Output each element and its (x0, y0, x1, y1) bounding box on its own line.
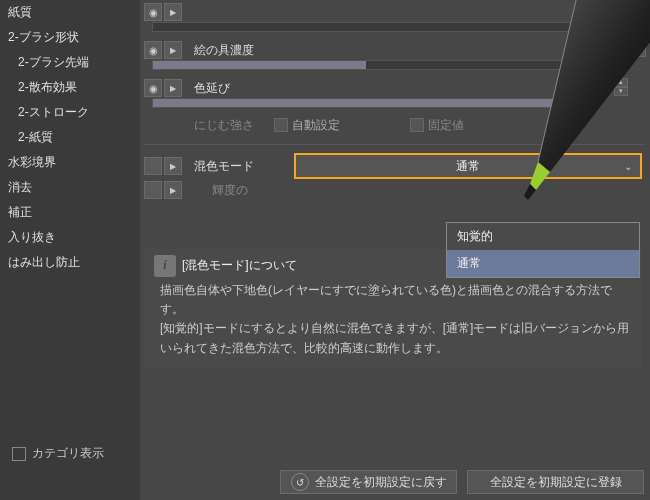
toggle-icon[interactable] (144, 157, 162, 175)
expand-icon[interactable] (164, 181, 182, 199)
link-icon[interactable] (274, 118, 288, 132)
register-button[interactable]: 全設定を初期設定に登録 (467, 470, 644, 494)
sidebar-item-brush-tip[interactable]: 2-ブラシ先端 (0, 50, 140, 75)
bleed-strength-label: にじむ強さ (194, 117, 254, 134)
sidebar-item-scatter[interactable]: 2-散布効果 (0, 75, 140, 100)
luminance-label: 輝度の (212, 182, 248, 199)
color-stretch-value: 100 (590, 76, 610, 90)
sidebar-item-in-out[interactable]: 入り抜き (0, 225, 140, 250)
sidebar-item-paper2[interactable]: 2-紙質 (0, 125, 140, 150)
paint-density-slider[interactable] (152, 60, 580, 70)
blend-mode-label: 混色モード (194, 158, 294, 175)
download-icon[interactable]: ⤓ (630, 41, 646, 57)
expand-icon[interactable] (164, 3, 182, 21)
checkbox[interactable] (12, 447, 26, 461)
sidebar-item-overflow[interactable]: はみ出し防止 (0, 250, 140, 275)
reset-button[interactable]: ↺ 全設定を初期設定に戻す (280, 470, 457, 494)
menu-item-normal[interactable]: 通常 (447, 250, 639, 277)
expand-icon[interactable] (164, 41, 182, 59)
paint-density-label: 絵の具濃度 (194, 42, 254, 59)
main-panel: 絵の具濃度 50 ▴▾ ⤓ 色延び 100 ▴▾ にじむ強さ 自動設定 固定値 … (140, 0, 650, 500)
sidebar-item-stroke[interactable]: 2-ストローク (0, 100, 140, 125)
spinner[interactable]: ▴▾ (614, 40, 628, 58)
blend-mode-dropdown[interactable]: 通常 ⌄ (294, 153, 642, 179)
menu-item-perceptual[interactable]: 知覚的 (447, 223, 639, 250)
sidebar: 紙質 2-ブラシ形状 2-ブラシ先端 2-散布効果 2-ストローク 2-紙質 水… (0, 0, 140, 500)
sidebar-item-erase[interactable]: 消去 (0, 175, 140, 200)
info-body-2: [知覚的]モードにするとより自然に混色できますが、[通常]モードは旧バージョンか… (160, 319, 632, 357)
sidebar-item-watercolor-edge[interactable]: 水彩境界 (0, 150, 140, 175)
footer: カテゴリ表示 ↺ 全設定を初期設定に戻す 全設定を初期設定に登録 (140, 436, 650, 500)
expand-icon[interactable] (164, 157, 182, 175)
toggle-icon[interactable] (144, 181, 162, 199)
category-toggle[interactable]: カテゴリ表示 (12, 445, 104, 462)
expand-icon[interactable] (164, 79, 182, 97)
eye-icon[interactable] (144, 79, 162, 97)
play-icon[interactable] (410, 118, 424, 132)
sidebar-item-brush-shape[interactable]: 2-ブラシ形状 (0, 25, 140, 50)
info-title: [混色モード]について (182, 256, 297, 275)
reset-icon: ↺ (291, 473, 309, 491)
sidebar-item-paper[interactable]: 紙質 (0, 0, 140, 25)
eye-icon[interactable] (144, 3, 162, 21)
blend-mode-menu: 知覚的 通常 (446, 222, 640, 278)
paint-density-value: 50 (597, 38, 610, 52)
info-body-1: 描画色自体や下地色(レイヤーにすでに塗られている色)と描画色との混合する方法です… (160, 281, 632, 319)
info-icon: i (154, 255, 176, 277)
color-stretch-label: 色延び (194, 80, 230, 97)
sidebar-item-correction[interactable]: 補正 (0, 200, 140, 225)
chevron-down-icon: ⌄ (624, 161, 632, 172)
color-stretch-slider[interactable] (152, 98, 580, 108)
eye-icon[interactable] (144, 41, 162, 59)
spinner[interactable]: ▴▾ (614, 78, 628, 96)
